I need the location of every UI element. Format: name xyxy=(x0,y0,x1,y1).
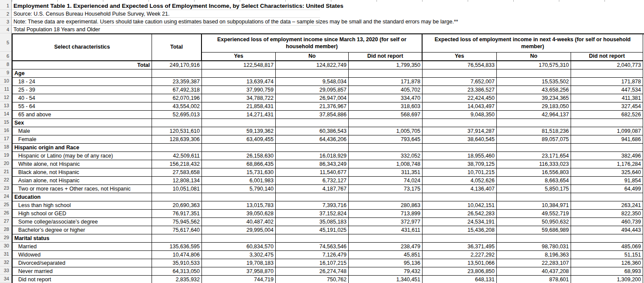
value-cell[interactable]: 4,052,626 xyxy=(423,177,497,185)
value-cell[interactable] xyxy=(571,119,643,127)
value-cell[interactable]: 26,158,630 xyxy=(202,152,276,160)
value-cell[interactable]: 64,499 xyxy=(571,185,643,193)
value-cell[interactable] xyxy=(423,119,497,127)
value-cell[interactable]: 36,371,495 xyxy=(423,243,497,251)
row-number[interactable]: 13 xyxy=(0,102,11,110)
value-cell[interactable]: 23,386,527 xyxy=(423,86,497,94)
value-cell[interactable]: 29,995,004 xyxy=(202,226,276,234)
source-cell[interactable]: Source: U.S. Census Bureau Household Pul… xyxy=(12,10,644,18)
row-number[interactable]: 2 xyxy=(0,10,11,18)
row-number[interactable]: 3 xyxy=(0,18,11,26)
value-cell[interactable]: 23,359,387 xyxy=(152,78,202,86)
value-cell[interactable] xyxy=(571,69,643,78)
value-cell[interactable]: 68,993 xyxy=(571,267,643,276)
value-cell[interactable]: 10,701,215 xyxy=(423,168,497,177)
row-number[interactable]: 15 xyxy=(0,118,11,126)
row-label-cell[interactable]: Married xyxy=(13,243,152,251)
row-label-cell[interactable]: Divorced/separated xyxy=(13,259,152,267)
value-cell[interactable]: 60,834,570 xyxy=(202,243,276,251)
row-number[interactable]: 20 xyxy=(0,159,11,168)
value-cell[interactable]: 75,617,640 xyxy=(152,226,202,234)
header-experienced-yes[interactable]: Yes xyxy=(202,53,276,61)
value-cell[interactable]: 327,454 xyxy=(571,102,643,111)
value-cell[interactable]: 941,686 xyxy=(571,135,643,144)
value-cell[interactable]: 485,069 xyxy=(571,243,643,251)
value-cell[interactable] xyxy=(276,193,349,201)
value-cell[interactable]: 45,191,025 xyxy=(276,226,349,234)
row-number[interactable]: 24 xyxy=(0,192,11,201)
value-cell[interactable]: 52,695,013 xyxy=(152,111,202,119)
value-cell[interactable]: 49,552,719 xyxy=(497,210,571,218)
value-cell[interactable]: 42,509,611 xyxy=(152,152,202,160)
value-cell[interactable]: 26,542,283 xyxy=(423,210,497,218)
row-number[interactable]: 11 xyxy=(0,85,11,93)
section-label-cell[interactable]: Hispanic origin and Race xyxy=(13,144,152,152)
value-cell[interactable]: 34,788,722 xyxy=(202,94,276,102)
section-label-cell[interactable]: Marital status xyxy=(13,234,152,243)
row-number[interactable]: 33 xyxy=(0,267,11,275)
value-cell[interactable]: 26,274,748 xyxy=(276,267,349,276)
value-cell[interactable]: 1,005,705 xyxy=(349,127,423,135)
value-cell[interactable]: 98,780,031 xyxy=(497,243,571,251)
value-cell[interactable]: 128,639,306 xyxy=(152,135,202,144)
value-cell[interactable] xyxy=(497,144,571,152)
row-number[interactable]: 14 xyxy=(0,110,11,118)
value-cell[interactable] xyxy=(423,193,497,201)
value-cell[interactable]: 2,227,292 xyxy=(423,251,497,259)
value-cell[interactable]: 64,436,206 xyxy=(276,135,349,144)
value-cell[interactable]: 50,950,632 xyxy=(497,218,571,226)
value-cell[interactable]: 280,863 xyxy=(349,201,423,210)
value-cell[interactable]: 372,977 xyxy=(349,218,423,226)
value-cell[interactable] xyxy=(349,234,423,243)
header-group-expected-loss[interactable]: Expected loss of employment income in ne… xyxy=(423,34,643,53)
row-number[interactable]: 16 xyxy=(0,126,11,135)
value-cell[interactable]: 3,302,475 xyxy=(202,251,276,259)
value-cell[interactable]: 43,554,002 xyxy=(152,102,202,111)
row-number[interactable]: 25 xyxy=(0,201,11,209)
value-cell[interactable]: 1,309,200 xyxy=(571,276,643,283)
row-number[interactable]: 28 xyxy=(0,225,11,234)
note-cell[interactable]: Note: These data are experimental. Users… xyxy=(12,18,644,26)
value-cell[interactable]: 2,040,773 xyxy=(571,61,643,69)
row-number[interactable]: 12 xyxy=(0,93,11,102)
value-cell[interactable] xyxy=(571,234,643,243)
value-cell[interactable]: 86,343,249 xyxy=(276,160,349,168)
value-cell[interactable]: 648,131 xyxy=(423,276,497,283)
value-cell[interactable]: 19,708,183 xyxy=(202,259,276,267)
value-cell[interactable]: 37,854,886 xyxy=(276,111,349,119)
value-cell[interactable]: 15,731,630 xyxy=(202,168,276,177)
value-cell[interactable]: 14,271,431 xyxy=(202,111,276,119)
value-cell[interactable]: 14,043,497 xyxy=(423,102,497,111)
row-number[interactable]: 1 xyxy=(0,2,11,10)
value-cell[interactable]: 79,432 xyxy=(349,267,423,276)
value-cell[interactable]: 156,218,432 xyxy=(152,160,202,168)
value-cell[interactable]: 1,099,087 xyxy=(571,127,643,135)
value-cell[interactable]: 682,526 xyxy=(571,111,643,119)
value-cell[interactable]: 1,008,748 xyxy=(349,160,423,168)
row-number[interactable]: 8 xyxy=(0,60,11,69)
value-cell[interactable]: 45,851 xyxy=(349,251,423,259)
value-cell[interactable]: 1,799,350 xyxy=(349,61,423,69)
row-number[interactable]: 32 xyxy=(0,258,11,267)
value-cell[interactable]: 27,583,658 xyxy=(152,168,202,177)
row-number[interactable]: 5 xyxy=(0,33,11,52)
value-cell[interactable]: 9,548,034 xyxy=(276,78,349,86)
value-cell[interactable]: 10,042,151 xyxy=(423,201,497,210)
value-cell[interactable]: 37,958,870 xyxy=(202,267,276,276)
value-cell[interactable]: 10,474,806 xyxy=(152,251,202,259)
value-cell[interactable]: 37,914,287 xyxy=(423,127,497,135)
header-expected-yes[interactable]: Yes xyxy=(423,53,497,61)
value-cell[interactable]: 878,601 xyxy=(497,276,571,283)
header-select-characteristics[interactable]: Select characteristics xyxy=(13,34,152,61)
row-label-cell[interactable]: 55 - 64 xyxy=(13,102,152,111)
value-cell[interactable]: 40,487,402 xyxy=(202,218,276,226)
row-number[interactable]: 31 xyxy=(0,250,11,258)
value-cell[interactable]: 22,283,107 xyxy=(497,259,571,267)
value-cell[interactable]: 4,187,767 xyxy=(276,185,349,193)
header-total[interactable]: Total xyxy=(152,34,202,61)
value-cell[interactable]: 40,437,208 xyxy=(497,267,571,276)
value-cell[interactable]: 431,611 xyxy=(349,226,423,234)
value-cell[interactable]: 411,381 xyxy=(571,94,643,102)
value-cell[interactable] xyxy=(152,119,202,127)
row-number[interactable]: 9 xyxy=(0,69,11,77)
